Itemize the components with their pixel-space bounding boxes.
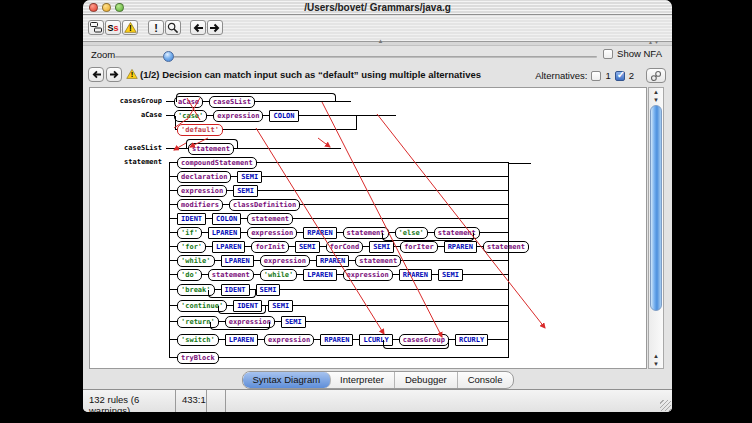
warning-message: (1/2) Decision can match input such as “… — [140, 69, 481, 80]
syntax-diagram-canvas[interactable]: casesGroupaCasecaseSListaCase'case'expre… — [89, 87, 647, 369]
diagram-connector — [176, 93, 336, 102]
syntax-coloring-button[interactable]: Ss — [105, 20, 121, 35]
arrow-right-icon — [109, 70, 120, 79]
link-icon — [650, 70, 662, 82]
alternative-1-checkbox[interactable] — [591, 71, 601, 81]
rules-list-button[interactable] — [88, 20, 104, 35]
scrollbar-thumb[interactable] — [650, 105, 662, 311]
next-warning-button[interactable] — [106, 67, 122, 82]
resize-grip[interactable] — [660, 400, 671, 411]
zoom-slider-thumb[interactable] — [163, 51, 174, 62]
scroll-down-icon[interactable]: ▼ — [649, 360, 663, 368]
diagram-surface: casesGroupaCasecaseSListaCase'case'expre… — [90, 88, 647, 368]
alternative-2-checkbox[interactable] — [615, 71, 625, 81]
alternative-2-label: 2 — [629, 70, 634, 81]
forward-button[interactable] — [207, 20, 223, 35]
tab-debugger[interactable]: Debugger — [395, 372, 458, 388]
caret-position-status: 433:1 — [176, 390, 207, 412]
rule-label-statement[interactable]: statement — [92, 158, 162, 166]
warning-icon: ! — [126, 69, 139, 80]
rules-count-status: 132 rules (6 warnings) — [83, 390, 176, 412]
diagram-connector — [208, 290, 256, 298]
exclamation-icon: ! — [154, 22, 158, 34]
syntax-coloring-icon: Ss — [107, 23, 118, 33]
arrow-right-icon — [209, 23, 221, 33]
diagram-connector — [509, 163, 531, 164]
arrow-left-icon — [91, 70, 102, 79]
diagram-connector — [383, 340, 449, 349]
tab-interpreter[interactable]: Interpreter — [330, 372, 395, 388]
zoom-bar: Zoom Show NFA — [83, 46, 672, 64]
diagram-connector — [382, 233, 474, 241]
magnifier-icon — [167, 22, 179, 34]
diagram-connector — [186, 139, 238, 149]
scroll-down-icon[interactable]: ▼ — [649, 96, 663, 104]
vertical-scrollbar[interactable]: ▲ ▼ ▲ ▼ — [648, 87, 664, 369]
show-nfa-checkbox[interactable] — [603, 49, 613, 59]
tab-syntax-diagram[interactable]: Syntax Diagram — [242, 372, 331, 388]
rule-label-caseSList[interactable]: caseSList — [92, 144, 162, 152]
arrow-left-icon — [192, 23, 204, 33]
tab-console[interactable]: Console — [458, 372, 513, 388]
alternative-1-label: 1 — [605, 70, 610, 81]
zoom-label: Zoom — [91, 49, 115, 60]
window-title: /Users/bovet/ Grammars/java.g — [83, 2, 672, 13]
diagram-connector — [175, 116, 357, 130]
warnings-button[interactable]: ! — [122, 20, 138, 35]
status-bar: 132 rules (6 warnings) 433:1 — [83, 389, 672, 412]
alternatives-label: Alternatives: — [535, 70, 587, 81]
rule-label-casesGroup[interactable]: casesGroup — [92, 97, 162, 105]
back-button[interactable] — [190, 20, 206, 35]
show-nfa-label: Show NFA — [617, 48, 662, 59]
toolbar-collapse-caret[interactable]: ▲ — [378, 38, 384, 44]
ideas-button[interactable]: ! — [148, 20, 164, 35]
previous-warning-button[interactable] — [88, 67, 104, 82]
warning-bar: ! (1/2) Decision can match input such as… — [83, 64, 672, 86]
rule-label-aCase[interactable]: aCase — [92, 111, 162, 119]
diagram-connector — [210, 322, 270, 330]
svg-text:!: ! — [131, 70, 134, 79]
tab-bar: Syntax Diagram Interpreter Debugger Cons… — [83, 371, 672, 389]
toolbar-stepper-icon[interactable]: ▲▼ — [648, 39, 660, 45]
status-spacer — [207, 390, 226, 412]
goto-rule-button[interactable] — [646, 68, 666, 83]
diagram-connector — [218, 306, 266, 314]
scroll-up-icon[interactable]: ▲ — [649, 88, 663, 96]
find-button[interactable] — [165, 20, 181, 35]
zoom-slider[interactable] — [115, 56, 597, 58]
svg-text:!: ! — [129, 24, 132, 33]
scroll-up-icon[interactable]: ▲ — [649, 352, 663, 360]
app-window: /Users/bovet/ Grammars/java.g Ss ! ! — [83, 0, 672, 412]
title-bar[interactable]: /Users/bovet/ Grammars/java.g — [83, 0, 672, 15]
warning-icon: ! — [124, 22, 137, 33]
diagram-icon — [90, 22, 102, 33]
